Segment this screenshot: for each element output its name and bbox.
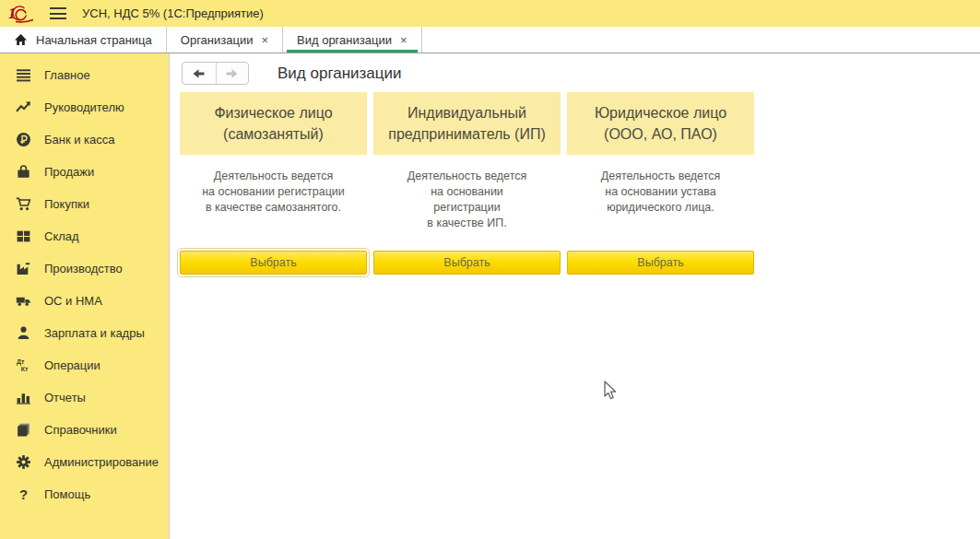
bar-chart-icon xyxy=(16,390,31,405)
home-icon xyxy=(14,33,28,46)
bag-icon xyxy=(16,164,31,180)
card-description: Деятельность ведется на основании регист… xyxy=(180,155,367,251)
sidebar-item-payroll-hr[interactable]: Зарплата и кадры xyxy=(0,317,169,349)
sidebar-item-label: Производство xyxy=(44,262,123,275)
truck-icon xyxy=(16,293,31,309)
card-individual-selfemployed: Физическое лицо (самозанятый) Деятельнос… xyxy=(180,92,367,275)
1c-logo-icon: 1 xyxy=(8,5,36,23)
sidebar-item-reports[interactable]: Отчеты xyxy=(0,381,169,414)
svg-text:Дт: Дт xyxy=(17,358,25,366)
sidebar-item-label: Продажи xyxy=(44,165,94,179)
tab-label: Вид организации xyxy=(297,33,392,47)
sidebar-item-administration[interactable]: Администрирование xyxy=(0,446,169,478)
titlebar: 1 УСН, НДС 5% (1С:Предприятие) xyxy=(0,0,980,27)
history-nav-group xyxy=(182,62,249,85)
tab-organizations[interactable]: Организации × xyxy=(167,27,283,53)
main-content: Вид организации Физическое лицо (самозан… xyxy=(170,53,980,539)
person-icon xyxy=(16,325,31,341)
sidebar-item-label: Руководителю xyxy=(44,100,124,114)
menu-lines-icon xyxy=(16,67,31,83)
debit-credit-icon: ДтКт xyxy=(16,357,31,373)
arrow-right-icon xyxy=(225,68,239,79)
close-icon[interactable]: × xyxy=(400,34,407,46)
card-description: Деятельность ведется на основании регист… xyxy=(373,155,561,251)
tab-organization-type[interactable]: Вид организации × xyxy=(283,27,421,53)
card-title: Юридическое лицо (ООО, АО, ПАО) xyxy=(567,92,754,155)
card-title: Индивидуальный предприниматель (ИП) xyxy=(373,92,561,155)
sidebar-item-sales[interactable]: Продажи xyxy=(0,156,169,188)
select-button-entrepreneur[interactable]: Выбрать xyxy=(373,251,561,275)
select-button-legal-entity[interactable]: Выбрать xyxy=(567,251,754,275)
page-title: Вид организации xyxy=(277,64,402,83)
warehouse-icon xyxy=(16,228,31,244)
svg-text:?: ? xyxy=(19,487,28,502)
card-title: Физическое лицо (самозанятый) xyxy=(180,92,367,155)
organization-type-cards: Физическое лицо (самозанятый) Деятельнос… xyxy=(180,92,754,275)
svg-text:Кт: Кт xyxy=(21,366,29,372)
sidebar-item-label: Администрирование xyxy=(44,455,159,469)
sidebar-item-warehouse[interactable]: Склад xyxy=(0,220,169,252)
cart-icon xyxy=(16,196,31,212)
sidebar-item-operations[interactable]: ДтКт Операции xyxy=(0,349,169,381)
tab-bar: Начальная страница Организации × Вид орг… xyxy=(0,27,980,53)
forward-button[interactable] xyxy=(216,63,249,84)
sidebar-item-directories[interactable]: Справочники xyxy=(0,414,169,446)
sidebar-item-label: Зарплата и кадры xyxy=(44,326,145,340)
sidebar-item-manager[interactable]: Руководителю xyxy=(0,91,169,123)
sidebar-item-label: Операции xyxy=(44,358,100,372)
ruble-circle-icon xyxy=(16,132,31,147)
sidebar-item-label: ОС и НМА xyxy=(44,294,102,308)
factory-icon xyxy=(16,261,31,276)
question-icon: ? xyxy=(16,486,31,502)
main-menu-icon[interactable] xyxy=(50,7,66,19)
sidebar-item-label: Справочники xyxy=(44,423,117,437)
card-legal-entity: Юридическое лицо (ООО, АО, ПАО) Деятельн… xyxy=(567,92,754,275)
gear-icon xyxy=(16,454,31,470)
sidebar-item-label: Склад xyxy=(44,229,79,243)
trend-arrow-icon xyxy=(16,100,31,115)
books-icon xyxy=(16,422,31,438)
sidebar-item-bank-cash[interactable]: Банк и касса xyxy=(0,123,169,156)
sidebar-item-label: Покупки xyxy=(44,197,89,211)
sidebar-item-label: Отчеты xyxy=(44,391,86,404)
sidebar: Главное Руководителю Банк и касса Продаж… xyxy=(0,53,170,539)
back-button[interactable] xyxy=(183,63,216,84)
arrow-left-icon xyxy=(192,68,206,79)
card-entrepreneur: Индивидуальный предприниматель (ИП) Деят… xyxy=(373,92,561,275)
sidebar-item-label: Помощь xyxy=(44,487,90,501)
sidebar-item-help[interactable]: ? Помощь xyxy=(0,478,169,510)
tab-label: Организации xyxy=(181,33,254,47)
tab-home[interactable]: Начальная страница xyxy=(0,27,167,53)
sidebar-item-label: Банк и касса xyxy=(44,133,115,146)
sidebar-item-main[interactable]: Главное xyxy=(0,59,169,91)
tab-label: Начальная страница xyxy=(36,33,152,47)
select-button-selfemployed[interactable]: Выбрать xyxy=(180,251,367,275)
window-title: УСН, НДС 5% (1С:Предприятие) xyxy=(82,6,264,20)
card-description: Деятельность ведется на основании устава… xyxy=(567,155,754,251)
sidebar-item-label: Главное xyxy=(44,68,90,82)
sidebar-item-fixed-assets[interactable]: ОС и НМА xyxy=(0,285,169,317)
sidebar-item-purchases[interactable]: Покупки xyxy=(0,188,169,220)
close-icon[interactable]: × xyxy=(261,34,268,46)
sidebar-item-production[interactable]: Производство xyxy=(0,252,169,285)
